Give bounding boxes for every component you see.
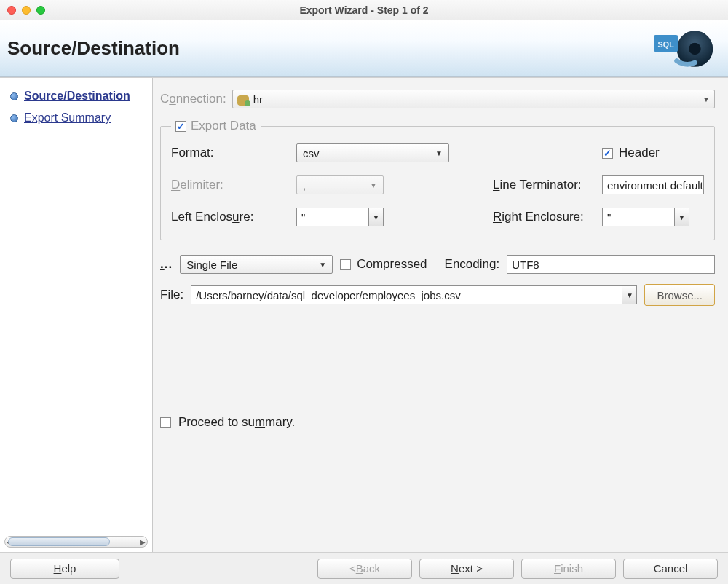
proceed-checkbox[interactable] — [160, 417, 171, 428]
chevron-down-icon[interactable]: ▼ — [622, 286, 636, 304]
file-row: File: /Users/barney/data/sql_developer/e… — [160, 284, 715, 306]
chevron-down-icon: ▼ — [435, 149, 443, 157]
export-data-checkbox[interactable] — [175, 121, 186, 132]
delimiter-value: , — [303, 179, 306, 192]
banner-art: SQL — [610, 27, 719, 71]
left-enclosure-input[interactable]: " ▼ — [296, 208, 384, 226]
header-checkbox-row[interactable]: Header — [602, 146, 704, 160]
page-title: Source/Destination — [7, 37, 180, 60]
left-enclosure-label: Left Enclosure: — [171, 210, 296, 224]
format-select[interactable]: csv ▼ — [296, 143, 449, 162]
encoding-value: UTF8 — [512, 259, 539, 271]
database-icon — [237, 93, 249, 105]
chevron-down-icon: ▼ — [319, 261, 326, 269]
browse-button[interactable]: Browse... — [644, 284, 715, 306]
finish-button: Finish — [521, 559, 616, 579]
proceed-to-summary-row[interactable]: Proceed to summary. — [160, 415, 715, 430]
file-path-value: /Users/barney/data/sql_developer/employe… — [196, 289, 461, 301]
close-window-icon[interactable] — [7, 6, 16, 15]
scrollbar-thumb[interactable] — [8, 537, 110, 546]
chevron-down-icon[interactable]: ▼ — [368, 208, 383, 226]
step-source-destination[interactable]: Source/Destination — [10, 85, 148, 107]
header-checkbox[interactable] — [602, 148, 613, 159]
zoom-window-icon[interactable] — [36, 6, 45, 15]
encoding-input[interactable]: UTF8 — [507, 255, 715, 274]
minimize-window-icon[interactable] — [22, 6, 31, 15]
chevron-down-icon[interactable]: ▼ — [674, 208, 689, 226]
line-terminator-value: environment default — [607, 179, 703, 192]
chevron-down-icon: ▼ — [703, 95, 710, 103]
wizard-footer: Help < Back Next > Finish Cancel — [0, 552, 728, 584]
step-label[interactable]: Source/Destination — [24, 90, 130, 103]
wizard-steps-sidebar: Source/Destination Export Summary ◀ ▶ — [0, 78, 153, 552]
proceed-label: Proceed to summary. — [178, 415, 295, 430]
right-enclosure-input[interactable]: " ▼ — [602, 208, 689, 226]
format-value: csv — [303, 147, 320, 159]
delimiter-label: Delimiter: — [171, 178, 296, 192]
back-button: < Back — [317, 559, 412, 579]
line-terminator-input[interactable]: environment default — [602, 175, 704, 194]
cancel-button[interactable]: Cancel — [623, 559, 718, 579]
next-button[interactable]: Next > — [419, 559, 514, 579]
connection-value: hr — [253, 93, 263, 106]
window-titlebar: Export Wizard - Step 1 of 2 — [0, 0, 728, 20]
output-mode-select[interactable]: Single File ▼ — [180, 255, 333, 274]
header-label: Header — [619, 146, 660, 160]
compressed-checkbox-row[interactable]: Compressed — [340, 257, 427, 272]
file-path-input[interactable]: /Users/barney/data/sql_developer/employe… — [191, 285, 637, 304]
right-enclosure-label: Right Enclosure: — [493, 210, 602, 224]
connection-row: Connection: hr ▼ — [160, 90, 715, 108]
wizard-content: Connection: hr ▼ Export Data Format: csv… — [153, 78, 728, 552]
help-button[interactable]: Help — [10, 559, 119, 579]
file-label: File: — [160, 288, 183, 302]
line-terminator-label: Line Terminator: — [493, 178, 602, 192]
svg-point-1 — [689, 42, 702, 55]
chevron-down-icon: ▼ — [370, 181, 377, 189]
compressed-checkbox[interactable] — [340, 259, 351, 270]
compressed-label: Compressed — [357, 257, 427, 272]
step-label[interactable]: Export Summary — [24, 111, 111, 125]
encoding-label: Encoding: — [445, 257, 500, 272]
left-enclosure-value: " — [301, 211, 305, 224]
scroll-right-icon[interactable]: ▶ — [137, 537, 149, 546]
output-options-row: ... Single File ▼ Compressed Encoding: U… — [160, 255, 715, 274]
step-connector — [15, 101, 15, 120]
format-label: Format: — [171, 146, 296, 160]
step-bullet-icon — [10, 92, 18, 100]
delimiter-select: , ▼ — [296, 175, 384, 194]
wizard-body: Source/Destination Export Summary ◀ ▶ Co… — [0, 77, 728, 552]
output-mode-value: Single File — [186, 259, 237, 271]
right-enclosure-value: " — [607, 211, 611, 224]
window-title: Export Wizard - Step 1 of 2 — [0, 4, 728, 16]
export-data-group: Export Data Format: csv ▼ Header Delimit… — [160, 119, 715, 240]
output-options-label: ... — [160, 257, 173, 272]
export-data-legend: Export Data — [171, 119, 261, 133]
step-export-summary[interactable]: Export Summary — [10, 107, 148, 129]
connection-label: Connection: — [160, 92, 226, 106]
connection-combo[interactable]: hr ▼ — [232, 90, 715, 108]
sidebar-horizontal-scrollbar[interactable]: ◀ ▶ — [4, 536, 148, 548]
window-controls — [7, 6, 45, 15]
wizard-banner: Source/Destination SQL — [0, 20, 728, 77]
svg-text:SQL: SQL — [658, 39, 675, 48]
